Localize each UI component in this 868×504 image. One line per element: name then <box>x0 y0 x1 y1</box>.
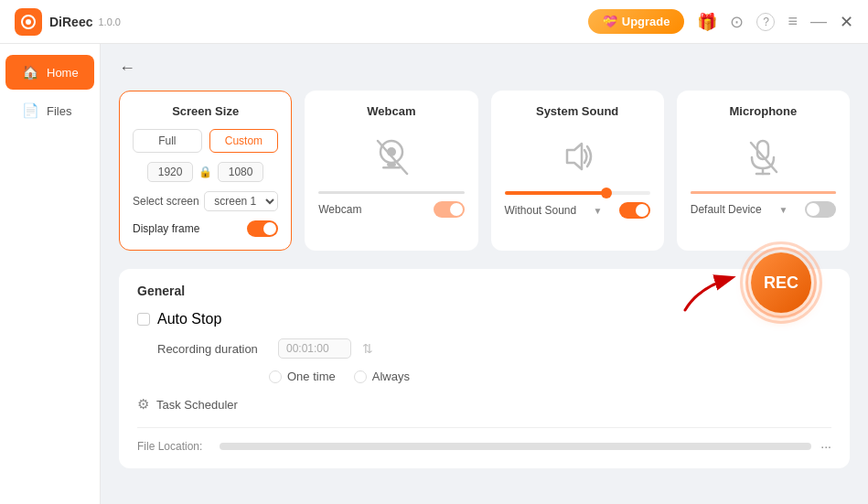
one-time-label: One time <box>287 370 336 383</box>
recording-duration-input[interactable] <box>278 338 351 359</box>
radio-row: One time Always <box>269 370 831 383</box>
upgrade-button[interactable]: 💝 Upgrade <box>588 9 685 34</box>
sidebar-item-files-label: Files <box>47 104 71 118</box>
microphone-dropdown-icon[interactable]: ▼ <box>778 205 788 215</box>
upgrade-icon: 💝 <box>603 15 617 28</box>
webcam-bottom: Webcam <box>318 201 464 218</box>
always-radio[interactable] <box>354 370 367 383</box>
menu-icon[interactable]: ≡ <box>788 12 798 31</box>
always-label: Always <box>372 370 410 383</box>
microphone-icon-area <box>691 129 836 184</box>
sidebar: 🏠 Home 📄 Files <box>0 44 101 504</box>
content-inner: ← Screen Size Full Custom 🔒 <box>119 59 850 468</box>
microphone-card: Microphone <box>677 91 850 251</box>
file-location-row: File Location: ··· <box>137 427 831 454</box>
microphone-icon <box>740 134 786 179</box>
webcam-slider <box>318 191 464 194</box>
full-button[interactable]: Full <box>133 129 202 153</box>
webcam-label: Webcam <box>318 203 361 216</box>
help-icon[interactable]: ? <box>756 13 775 31</box>
svg-rect-3 <box>382 166 401 169</box>
rec-button[interactable]: REC <box>751 252 811 313</box>
svg-marker-5 <box>567 144 582 169</box>
settings-circle-icon[interactable]: ⊙ <box>730 12 744 32</box>
app-version: 1.0.0 <box>98 16 120 27</box>
home-icon: 🏠 <box>22 64 39 80</box>
microphone-bottom: Default Device ▼ <box>691 201 836 218</box>
file-location-menu[interactable]: ··· <box>820 439 831 454</box>
system-sound-slider-thumb[interactable] <box>601 188 612 198</box>
gift-icon[interactable]: 🎁 <box>697 12 717 32</box>
cards-row: Screen Size Full Custom 🔒 Select screen … <box>119 91 850 251</box>
system-sound-slider-track <box>505 191 650 195</box>
content: ← Screen Size Full Custom 🔒 <box>101 44 868 504</box>
webcam-title: Webcam <box>318 104 464 118</box>
files-icon: 📄 <box>22 102 39 119</box>
webcam-toggle[interactable] <box>434 201 465 218</box>
titlebar: DiReec 1.0.0 💝 Upgrade 🎁 ⊙ ? ≡ — ✕ <box>0 0 868 44</box>
width-input[interactable] <box>147 162 193 182</box>
recording-duration-row: Recording duration ⇅ <box>157 338 831 359</box>
rec-button-wrap: REC <box>740 241 822 324</box>
file-location-label: File Location: <box>137 440 210 453</box>
task-scheduler-gear-icon: ⚙ <box>137 396 149 413</box>
size-buttons: Full Custom <box>133 129 278 153</box>
microphone-title: Microphone <box>691 104 836 118</box>
file-location-path <box>220 443 811 450</box>
microphone-slider-fill <box>691 191 836 194</box>
select-screen-row: Select screen screen 1 <box>133 191 278 211</box>
system-sound-slider-fill <box>505 191 606 195</box>
sidebar-item-files[interactable]: 📄 Files <box>5 93 94 128</box>
one-time-radio[interactable] <box>269 370 282 383</box>
webcam-card: Webcam Webcam <box>305 91 477 251</box>
select-screen-label: Select screen <box>133 195 199 208</box>
titlebar-right: 💝 Upgrade 🎁 ⊙ ? ≡ — ✕ <box>588 9 853 34</box>
dimensions-row: 🔒 <box>133 162 278 182</box>
auto-stop-checkbox[interactable] <box>137 313 150 326</box>
height-input[interactable] <box>218 162 263 182</box>
microphone-toggle[interactable] <box>805 201 836 218</box>
microphone-slider <box>691 191 836 194</box>
svg-rect-2 <box>387 163 396 166</box>
close-icon[interactable]: ✕ <box>840 12 853 32</box>
system-sound-card: System Sound <box>491 91 664 251</box>
screen-select[interactable]: screen 1 <box>204 191 278 211</box>
lock-icon: 🔒 <box>198 166 212 178</box>
back-button[interactable]: ← <box>119 59 135 78</box>
display-frame-label: Display frame <box>133 222 199 235</box>
main-layout: 🏠 Home 📄 Files ← Screen Size Full Custom <box>0 44 868 504</box>
auto-stop-label: Auto Stop <box>157 311 221 327</box>
system-sound-title: System Sound <box>505 104 650 118</box>
display-frame-row: Display frame <box>133 220 278 237</box>
system-sound-icon <box>554 134 600 179</box>
without-sound-label: Without Sound <box>505 204 577 217</box>
system-sound-bottom: Without Sound ▼ <box>505 202 650 219</box>
one-time-option[interactable]: One time <box>269 370 336 383</box>
app-logo <box>15 8 42 36</box>
default-device-label: Default Device <box>691 203 762 216</box>
sidebar-item-home-label: Home <box>47 66 79 80</box>
custom-button[interactable]: Custom <box>209 129 279 153</box>
always-option[interactable]: Always <box>354 370 410 383</box>
system-sound-dropdown-icon[interactable]: ▼ <box>594 206 603 216</box>
webcam-icon-area <box>318 129 464 184</box>
task-scheduler-label: Task Scheduler <box>156 398 238 412</box>
recording-duration-label: Recording duration <box>157 342 267 356</box>
system-sound-icon-area <box>505 129 650 184</box>
screen-size-title: Screen Size <box>133 104 278 118</box>
screen-size-card: Screen Size Full Custom 🔒 Select screen … <box>119 91 292 251</box>
app-name: DiReec <box>49 15 92 29</box>
sidebar-item-home[interactable]: 🏠 Home <box>5 55 94 90</box>
task-scheduler-row[interactable]: ⚙ Task Scheduler <box>137 396 831 413</box>
system-sound-slider-row <box>505 191 650 195</box>
duration-stepper[interactable]: ⇅ <box>362 341 373 356</box>
minimize-icon[interactable]: — <box>810 12 827 31</box>
rec-button-area: REC <box>740 241 822 324</box>
display-frame-toggle[interactable] <box>247 220 278 237</box>
system-sound-toggle[interactable] <box>619 202 650 219</box>
webcam-icon <box>369 134 414 179</box>
